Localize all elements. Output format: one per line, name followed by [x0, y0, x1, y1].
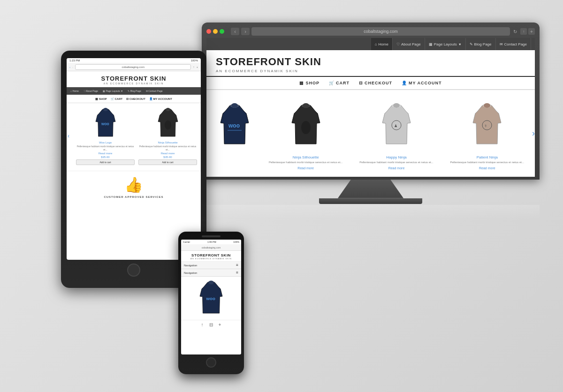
tablet-url-bar: ‹ › cobaltstaging.com ↑ + [67, 63, 201, 71]
product-1-readmore[interactable]: Read more [263, 166, 349, 170]
tablet-p0-add[interactable]: Add to cart [76, 159, 135, 165]
phone-status-bar: Carrier 1:46 PM 100% [181, 240, 241, 244]
svg-point-15 [208, 280, 213, 284]
svg-text:woo: woo [100, 121, 109, 126]
tablet-nav-blog[interactable]: ✎ Blog Page [126, 89, 143, 93]
tablet-add[interactable]: + [196, 66, 198, 68]
next-products-btn[interactable]: › [532, 128, 535, 138]
phone-share-icon[interactable]: ↑ [201, 322, 204, 327]
svg-point-13 [166, 108, 170, 111]
phone-nav-row-1[interactable]: Navigation ≡ [181, 262, 241, 269]
desktop-product-1: Ninja Silhouette Pellentesque habitant m… [263, 97, 349, 170]
back-icon[interactable]: ‹ [231, 28, 239, 35]
svg-point-3 [303, 103, 309, 108]
tablet-p0-price: $35.00 [76, 156, 135, 158]
phone-home-area [181, 354, 241, 370]
tablet-p1-price: $35.00 [138, 156, 197, 158]
tablet-nav-home[interactable]: ⌂ Home [68, 89, 81, 93]
tablet-share[interactable]: ↑ [193, 66, 194, 68]
dropdown-icon: ▼ [458, 43, 462, 46]
product-3-readmore[interactable]: Read more [444, 166, 530, 170]
tablet-menu-cart[interactable]: 🛒 CART [111, 97, 122, 100]
phone-screen: Carrier 1:46 PM 100% cobaltstaging.com S… [181, 240, 241, 354]
maximize-btn[interactable] [220, 29, 224, 34]
close-btn[interactable] [206, 29, 211, 34]
tablet-site-subtitle: AN ECOMMERCE DYNAMIK SKIN [71, 82, 196, 85]
svg-point-5 [393, 103, 400, 108]
menu-account[interactable]: 👤 MY ACCOUNT [402, 81, 442, 85]
menu-checkout[interactable]: ⊟ CHECKOUT [359, 81, 392, 85]
phone-nav-row-2[interactable]: Navigation ≡ [181, 269, 241, 277]
phone-action-icon[interactable]: + [219, 322, 221, 327]
thumbs-up-icon: 👍 [124, 176, 143, 194]
tablet-menu-shop[interactable]: ▦ SHOP [95, 97, 107, 100]
menu-shop[interactable]: ▦ SHOP [299, 81, 320, 85]
phone-hero: STOREFRONT SKIN AN ECOMMERCE DYNAMIK SKI… [181, 251, 241, 262]
phone-bookmark-icon[interactable]: ⊟ [209, 322, 213, 327]
menu-cart[interactable]: 🛒 CART [329, 81, 350, 85]
tablet-back[interactable]: ‹ [69, 66, 70, 68]
desktop-top-nav: ⌂ Home ♡ About Page ▦ Page Layouts ▼ [206, 38, 535, 50]
desktop-monitor: ‹ › cobaltstaging.com ↻ ↑ + [202, 23, 540, 219]
tablet-prev-btn[interactable]: ‹ [68, 133, 69, 139]
product-1-title[interactable]: Ninja Silhouette [263, 155, 349, 159]
tablet-menu-account[interactable]: 👤 MY ACCOUNT [149, 97, 172, 100]
home-icon: ⌂ [375, 42, 377, 46]
tablet-screen: 1:23 PM 100% ‹ › cobaltstaging.com ↑ + S… [67, 58, 201, 260]
tablet-home-button[interactable] [127, 264, 140, 277]
tablet-top-nav: ⌂ Home ♡ About Page ▦ Page Layouts ▼ ✎ B… [67, 87, 201, 95]
svg-text:♟: ♟ [394, 124, 397, 128]
share-icon[interactable]: ↑ [523, 30, 525, 34]
phone-subtitle: AN ECOMMERCE DYNAMIK SKIN [184, 257, 238, 260]
tablet-time: 1:23 PM [69, 59, 80, 62]
tablet-footer-text: CUSTOMER APPROVED SERVICES [104, 196, 163, 198]
desktop-nav-home[interactable]: ⌂ Home [371, 38, 393, 50]
tablet-url-input[interactable]: cobaltstaging.com [75, 64, 191, 70]
url-text: cobaltstaging.com [364, 29, 398, 34]
phone-nav-icon: ≡ [236, 263, 238, 267]
desktop-nav-layouts[interactable]: ▦ Page Layouts ▼ [425, 38, 466, 50]
tablet-menu-checkout[interactable]: ⊟ CHECKOUT [126, 97, 145, 100]
product-3-desc: Pellentesque habitant morbi tristique se… [444, 161, 530, 165]
tablet-nav-contact[interactable]: ✉ Contact Page [144, 89, 165, 93]
product-2-title[interactable]: Happy Ninja [353, 155, 439, 159]
phone-home-button[interactable] [206, 357, 216, 368]
monitor-foot [319, 198, 422, 204]
desktop-products: woo [206, 90, 535, 177]
refresh-icon[interactable]: ↻ [513, 29, 517, 34]
tablet-p0-title[interactable]: Woo Logo [76, 141, 135, 144]
layouts-icon: ▦ [429, 42, 433, 46]
minimize-btn[interactable] [213, 29, 218, 34]
phone-url-bar[interactable]: cobaltstaging.com [181, 244, 241, 251]
desktop-screen: ⌂ Home ♡ About Page ▦ Page Layouts ▼ [206, 38, 535, 177]
tablet-fwd[interactable]: › [72, 66, 73, 68]
tablet-p1-add[interactable]: Add to cart [138, 159, 197, 165]
tablet-p1-title[interactable]: Ninja Silhouette [138, 141, 197, 144]
desktop-shop-menu: ▦ SHOP 🛒 CART ⊟ CHECKOUT 👤 MY ACCOUNT [206, 77, 535, 90]
desktop-nav-about[interactable]: ♡ About Page [393, 38, 425, 50]
svg-point-0 [231, 103, 238, 108]
tablet-p1-desc: Pellentesque habitant morbi tristique se… [138, 145, 197, 151]
svg-text:⚕: ⚕ [485, 124, 487, 128]
product-2-readmore[interactable]: Read more [353, 166, 439, 170]
tablet-nav-layouts[interactable]: ▦ Page Layouts ▼ [101, 89, 125, 93]
phone-nav-icon2: ≡ [236, 271, 238, 275]
svg-point-8 [484, 103, 490, 108]
tablet-products: ‹ woo Woo Logo Pellentesque habitant mor… [67, 103, 201, 169]
tablet-p1-readmore[interactable]: Read more [138, 152, 197, 155]
desktop-nav-blog[interactable]: ✎ Blog Page [466, 38, 496, 50]
phone-site-title: STOREFRONT SKIN [184, 253, 238, 257]
phone-footer-icons: ↑ ⊟ + [181, 320, 241, 329]
contact-icon: ✉ [500, 42, 503, 46]
url-bar[interactable]: cobaltstaging.com [251, 27, 510, 36]
tablet-product-0: woo Woo Logo Pellentesque habitant morbi… [76, 107, 135, 165]
desktop-nav-contact[interactable]: ✉ Contact Page [496, 38, 531, 50]
add-tab-icon[interactable]: + [530, 29, 533, 34]
product-3-title[interactable]: Patient Ninja [444, 155, 530, 159]
tablet-nav-about[interactable]: ♡ About Page [82, 89, 100, 93]
tablet-p0-readmore[interactable]: Read more [76, 152, 135, 155]
monitor-reflection [202, 205, 540, 219]
forward-icon[interactable]: › [241, 28, 250, 35]
desktop-product-2: ♟ Happy Ninja Pellentesque habitant morb… [353, 97, 439, 170]
svg-point-4 [301, 121, 311, 134]
